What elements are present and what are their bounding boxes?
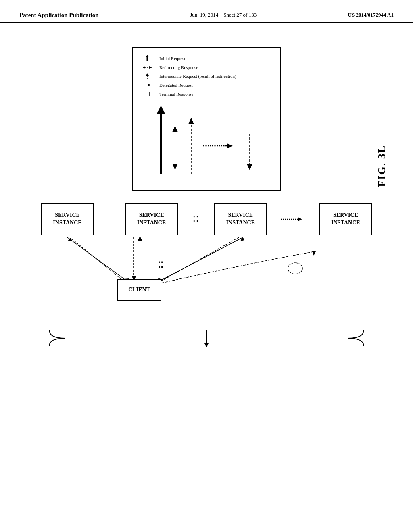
redirecting-label: Redirecting Response <box>159 65 198 70</box>
svg-marker-8 <box>148 84 151 86</box>
svg-marker-24 <box>298 217 302 221</box>
page-header: Patent Application Publication Jun. 19, … <box>0 0 413 23</box>
legend-item-intermediate: Intermediate Request (result of redirect… <box>139 73 274 80</box>
publication-date-sheet: Jun. 19, 2014 Sheet 27 of 133 <box>190 11 257 19</box>
svg-marker-4 <box>143 66 145 69</box>
bottom-diagram: SERVICE INSTANCE SERVICE INSTANCE ⁚⁚ SER… <box>41 203 372 348</box>
publication-number: US 2014/0172944 A1 <box>348 11 394 19</box>
svg-line-34 <box>160 237 239 282</box>
svg-marker-12 <box>157 106 165 114</box>
service-instance-1: SERVICE INSTANCE <box>41 203 94 235</box>
legend-item-initial-request: Initial Request <box>139 55 274 62</box>
page-content: Initial Request Redirecting Response <box>0 23 413 356</box>
service-boxes-row: SERVICE INSTANCE SERVICE INSTANCE ⁚⁚ SER… <box>41 203 372 235</box>
svg-marker-15 <box>172 164 178 170</box>
svg-text:⁚⁚: ⁚⁚ <box>158 260 163 269</box>
service-instance-3: SERVICE INSTANCE <box>214 203 267 235</box>
svg-marker-6 <box>146 73 149 76</box>
svg-marker-1 <box>146 55 149 57</box>
legend-list: Initial Request Redirecting Response <box>137 52 276 98</box>
dots-connector: ⁚⁚ <box>190 215 202 224</box>
top-legend-diagram: Initial Request Redirecting Response <box>132 47 281 191</box>
terminal-label: Terminal Response <box>159 91 193 96</box>
svg-line-36 <box>162 238 242 280</box>
redirecting-symbol <box>139 64 155 71</box>
terminal-symbol <box>139 90 155 98</box>
brace-container <box>41 328 372 348</box>
service-instance-4: SERVICE INSTANCE <box>319 203 372 235</box>
svg-marker-38 <box>312 251 316 256</box>
initial-request-symbol <box>139 55 155 62</box>
delegated-symbol <box>139 81 155 89</box>
svg-marker-32 <box>138 236 142 241</box>
legend-item-redirecting: Redirecting Response <box>139 64 274 71</box>
top-arrow-area <box>137 102 276 182</box>
svg-marker-43 <box>204 343 209 347</box>
legend-item-delegated: Delegated Request <box>139 81 274 89</box>
svg-marker-14 <box>172 126 178 132</box>
delegated-label: Delegated Request <box>159 83 193 87</box>
client-area: ⁚⁚ CLIENT <box>41 235 372 328</box>
svg-marker-22 <box>247 164 252 170</box>
intermediate-label: Intermediate Request (result of redirect… <box>159 74 236 79</box>
client-arrows-svg: ⁚⁚ <box>41 235 372 328</box>
publication-title: Patent Application Publication <box>19 11 99 19</box>
publication-date: Jun. 19, 2014 <box>190 12 218 18</box>
legend-item-terminal: Terminal Response <box>139 90 274 98</box>
brace-svg <box>41 328 372 348</box>
svg-marker-3 <box>149 66 152 69</box>
service-instance-2: SERVICE INSTANCE <box>125 203 178 235</box>
intermediate-symbol <box>139 73 155 80</box>
svg-marker-37 <box>240 237 244 241</box>
client-label: CLIENT <box>128 287 150 293</box>
dotted-arrow-connector <box>279 215 308 223</box>
svg-line-27 <box>71 239 126 283</box>
sheet-info: Sheet 27 of 133 <box>223 12 257 18</box>
initial-request-label: Initial Request <box>159 56 185 61</box>
svg-point-39 <box>288 263 302 274</box>
svg-marker-19 <box>227 143 233 148</box>
client-box: CLIENT <box>117 279 161 301</box>
svg-marker-17 <box>188 118 194 124</box>
